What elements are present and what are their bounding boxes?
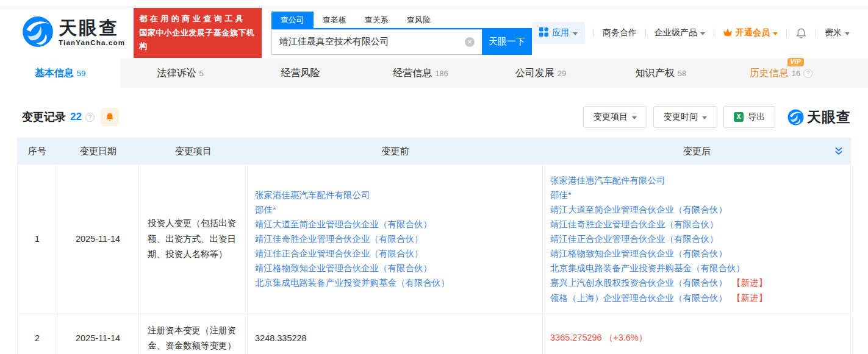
- company-link[interactable]: 北京集成电路装备产业投资并购基金（有限合伙）: [550, 263, 745, 273]
- col-header-no: 序号: [17, 146, 57, 157]
- export-button[interactable]: X 导出: [723, 106, 775, 128]
- tab-operating-risk[interactable]: 经营风险: [240, 58, 360, 88]
- vip-badge: VIP: [787, 58, 805, 66]
- clear-search-icon[interactable]: ×: [465, 37, 475, 47]
- search-block: 查公司 查老板 查关系 查风险 × 天眼一下: [271, 12, 532, 55]
- search-tab-risk[interactable]: 查风险: [398, 12, 440, 28]
- company-link[interactable]: 靖江格物致知企业管理合伙企业（有限合伙）: [255, 263, 432, 273]
- col-header-item: 变更项目: [139, 146, 248, 157]
- logo-subtitle: TianYanCha.com: [59, 40, 125, 47]
- tab-label: 经营信息: [393, 67, 432, 80]
- company-link[interactable]: 张家港佳惠汽车配件有限公司: [255, 190, 370, 200]
- tab-count: 186: [435, 69, 448, 78]
- export-label: 导出: [748, 112, 765, 122]
- watermark-text: 天眼查: [807, 108, 851, 127]
- help-icon[interactable]: ?: [85, 113, 95, 122]
- cell-no: 1: [17, 165, 57, 314]
- header-nav: 应用 商务合作 企业级产品 开通会员: [532, 22, 850, 44]
- chevron-down-icon: [773, 32, 778, 35]
- company-link[interactable]: 靖江佳正合企业管理合伙企业（有限合伙）: [550, 234, 719, 244]
- nav-open-vip[interactable]: 开通会员: [723, 27, 778, 38]
- tab-count: 5: [199, 69, 203, 78]
- tab-intellectual-property[interactable]: 知识产权 58: [601, 58, 721, 88]
- search-button[interactable]: 天眼一下: [482, 29, 532, 55]
- username: 费米: [825, 27, 842, 38]
- company-link[interactable]: 张家港佳惠汽车配件有限公司: [550, 175, 665, 185]
- top-strip: [0, 0, 868, 7]
- logo-title: 天眼查: [59, 19, 125, 37]
- company-link[interactable]: 嘉兴上汽创永股权投资合伙企业（有限合伙）: [550, 278, 727, 288]
- col-header-date: 变更日期: [57, 146, 139, 157]
- tab-label: 法律诉讼: [157, 67, 196, 80]
- vip-label: 开通会员: [736, 27, 770, 38]
- tianyancha-logo[interactable]: 天眼查 TianYanCha.com: [22, 16, 125, 50]
- tab-label: 历史信息: [750, 67, 789, 80]
- tab-basic-info[interactable]: 基本信息 59: [0, 58, 120, 88]
- nav-enterprise-products[interactable]: 企业级产品: [655, 27, 705, 38]
- cell-after: 张家港佳惠汽车配件有限公司 邵佳* 靖江大道至简企业管理合伙企业（有限合伙） 靖…: [543, 165, 851, 314]
- search-tab-boss[interactable]: 查老板: [314, 12, 356, 28]
- cell-after: 3365.275296 （+3.6%）: [543, 314, 851, 354]
- tab-count: 59: [77, 69, 85, 78]
- excel-icon: X: [734, 112, 744, 122]
- cell-change-item: 投资人变更（包括出资额、出资方式、出资日期、投资人名称等）: [139, 165, 248, 314]
- new-entry-tag: 【新进】: [732, 278, 767, 288]
- chevron-down-icon: [700, 32, 705, 35]
- filter-label: 变更项目: [594, 112, 628, 122]
- company-link[interactable]: 靖江佳奇胜企业管理合伙企业（有限合伙）: [550, 219, 719, 229]
- tab-history-info[interactable]: VIP 历史信息 16 ?: [721, 58, 841, 88]
- slogan-banner: 都在用的商业查询工具 国家中小企业发展子基金旗下机构: [134, 8, 261, 58]
- filter-change-time-button[interactable]: 变更时间: [653, 106, 717, 128]
- tab-label: 经营风险: [281, 67, 320, 80]
- section-count: 22: [70, 111, 82, 123]
- new-entry-tag: 【新进】: [732, 293, 767, 303]
- company-link[interactable]: 领格（上海）企业管理合伙企业（有限合伙）: [550, 293, 727, 303]
- col-header-after: 变更后: [543, 146, 851, 157]
- slogan-line2: 国家中小企业发展子基金旗下机构: [139, 26, 256, 54]
- section-title: 变更记录: [22, 110, 66, 124]
- user-menu[interactable]: 费米: [825, 27, 850, 38]
- apps-label: 应用: [552, 27, 569, 38]
- search-tab-company[interactable]: 查公司: [271, 12, 314, 28]
- tab-business-info[interactable]: 经营信息 186: [360, 58, 481, 88]
- tab-label: 知识产权: [636, 67, 675, 80]
- search-input[interactable]: [271, 29, 482, 55]
- divider: [816, 29, 816, 37]
- tab-count: 29: [558, 69, 566, 78]
- company-link[interactable]: 靖江佳正合企业管理合伙企业（有限合伙）: [255, 249, 423, 258]
- monitor-bell-button[interactable]: [101, 108, 119, 126]
- collapse-double-chevron-icon[interactable]: [834, 146, 844, 158]
- col-header-before: 变更前: [248, 146, 543, 157]
- company-link[interactable]: 靖江大道至简企业管理合伙企业（有限合伙）: [255, 219, 432, 229]
- chevron-down-icon: [573, 32, 578, 35]
- tab-legal-proceedings[interactable]: 法律诉讼 5: [120, 58, 240, 88]
- search-tabs: 查公司 查老板 查关系 查风险: [271, 12, 532, 29]
- cell-no: 2: [17, 314, 57, 354]
- site-header: 天眼查 TianYanCha.com 都在用的商业查询工具 国家中小企业发展子基…: [0, 7, 868, 58]
- company-link[interactable]: 邵佳*: [550, 190, 572, 200]
- divider: [645, 29, 646, 37]
- company-link[interactable]: 靖江格物致知企业管理合伙企业（有限合伙）: [550, 249, 727, 258]
- cell-before: 张家港佳惠汽车配件有限公司 邵佳* 靖江大道至简企业管理合伙企业（有限合伙） 靖…: [248, 165, 543, 314]
- apps-menu[interactable]: 应用: [532, 22, 585, 44]
- company-link[interactable]: 靖江大道至简企业管理合伙企业（有限合伙）: [550, 205, 727, 214]
- company-link[interactable]: 北京集成电路装备产业投资并购基金（有限合伙）: [255, 278, 450, 288]
- search-tab-relation[interactable]: 查关系: [356, 12, 398, 28]
- tianyancha-watermark: 天眼查: [787, 108, 851, 127]
- chevron-down-icon: [702, 116, 707, 119]
- change-records-header: 变更记录 22 ? 变更项目 变更时间 X 导出 天眼查: [22, 106, 851, 128]
- notifications-bell[interactable]: [795, 27, 807, 39]
- cell-date: 2025-11-14: [57, 314, 139, 354]
- help-icon[interactable]: ?: [803, 69, 812, 78]
- company-link[interactable]: 邵佳*: [255, 205, 276, 214]
- tab-label: 基本信息: [35, 67, 74, 80]
- cell-change-item: 注册资本变更（注册资金、资金数额等变更）: [139, 314, 248, 354]
- page-tab-bar: 基本信息 59 法律诉讼 5 经营风险 经营信息 186 公司发展 29 知识产…: [0, 58, 868, 88]
- nav-business-cooperation[interactable]: 商务合作: [603, 27, 637, 38]
- crown-icon: [723, 28, 733, 38]
- filter-change-item-button[interactable]: 变更项目: [583, 106, 647, 128]
- table-row: 1 2025-11-14 投资人变更（包括出资额、出资方式、出资日期、投资人名称…: [17, 165, 851, 314]
- table-row: 2 2025-11-14 注册资本变更（注册资金、资金数额等变更） 3248.3…: [17, 314, 851, 354]
- tab-company-development[interactable]: 公司发展 29: [481, 58, 601, 88]
- company-link[interactable]: 靖江佳奇胜企业管理合伙企业（有限合伙）: [255, 234, 423, 244]
